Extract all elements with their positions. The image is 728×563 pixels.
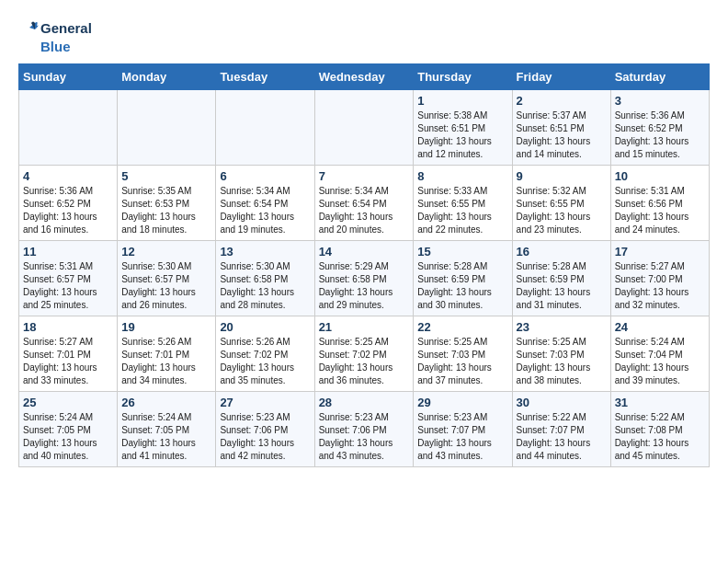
day-number: 24	[615, 320, 705, 334]
calendar-cell: 13Sunrise: 5:30 AM Sunset: 6:58 PM Dayli…	[216, 241, 314, 316]
calendar-cell: 11Sunrise: 5:31 AM Sunset: 6:57 PM Dayli…	[19, 241, 118, 316]
day-number: 6	[220, 169, 310, 183]
day-number: 3	[615, 94, 705, 108]
day-number: 16	[517, 245, 607, 259]
calendar-week-3: 11Sunrise: 5:31 AM Sunset: 6:57 PM Dayli…	[19, 241, 710, 316]
day-info: Sunrise: 5:30 AM Sunset: 6:57 PM Dayligh…	[121, 260, 211, 312]
day-number: 23	[517, 320, 607, 334]
calendar-cell: 14Sunrise: 5:29 AM Sunset: 6:58 PM Dayli…	[314, 241, 414, 316]
calendar-cell: 17Sunrise: 5:27 AM Sunset: 7:00 PM Dayli…	[610, 241, 709, 316]
calendar-cell: 6Sunrise: 5:34 AM Sunset: 6:54 PM Daylig…	[216, 166, 314, 241]
day-info: Sunrise: 5:24 AM Sunset: 7:04 PM Dayligh…	[615, 336, 705, 387]
day-info: Sunrise: 5:22 AM Sunset: 7:08 PM Dayligh…	[615, 411, 705, 463]
weekday-header-thursday: Thursday	[414, 64, 512, 90]
day-number: 19	[121, 320, 211, 334]
day-number: 14	[319, 245, 410, 259]
calendar-cell: 12Sunrise: 5:30 AM Sunset: 6:57 PM Dayli…	[118, 241, 216, 316]
calendar-cell: 29Sunrise: 5:23 AM Sunset: 7:07 PM Dayli…	[414, 392, 512, 467]
day-number: 4	[23, 169, 113, 183]
calendar-cell: 25Sunrise: 5:24 AM Sunset: 7:05 PM Dayli…	[19, 392, 118, 467]
day-info: Sunrise: 5:23 AM Sunset: 7:06 PM Dayligh…	[319, 411, 410, 463]
day-number: 11	[23, 245, 113, 259]
day-info: Sunrise: 5:38 AM Sunset: 6:51 PM Dayligh…	[417, 109, 507, 161]
calendar-cell	[216, 90, 314, 166]
day-number: 18	[23, 320, 113, 334]
header: General Blue	[18, 18, 710, 54]
calendar-cell: 19Sunrise: 5:26 AM Sunset: 7:01 PM Dayli…	[118, 316, 216, 392]
day-info: Sunrise: 5:34 AM Sunset: 6:54 PM Dayligh…	[220, 185, 310, 236]
calendar-cell: 3Sunrise: 5:36 AM Sunset: 6:52 PM Daylig…	[610, 90, 709, 166]
calendar-cell: 26Sunrise: 5:24 AM Sunset: 7:05 PM Dayli…	[118, 392, 216, 467]
calendar-cell	[314, 90, 414, 166]
calendar-cell: 28Sunrise: 5:23 AM Sunset: 7:06 PM Dayli…	[314, 392, 414, 467]
calendar-cell: 5Sunrise: 5:35 AM Sunset: 6:53 PM Daylig…	[118, 166, 216, 241]
weekday-header-saturday: Saturday	[610, 64, 709, 90]
day-info: Sunrise: 5:28 AM Sunset: 6:59 PM Dayligh…	[517, 260, 607, 312]
day-number: 5	[121, 169, 211, 183]
calendar-cell	[19, 90, 118, 166]
day-number: 20	[220, 320, 310, 334]
calendar-cell: 10Sunrise: 5:31 AM Sunset: 6:56 PM Dayli…	[610, 166, 709, 241]
calendar-cell: 7Sunrise: 5:34 AM Sunset: 6:54 PM Daylig…	[314, 166, 414, 241]
logo-general: General	[40, 20, 92, 36]
day-info: Sunrise: 5:26 AM Sunset: 7:02 PM Dayligh…	[220, 336, 310, 387]
day-number: 10	[615, 169, 705, 183]
day-number: 26	[121, 396, 211, 409]
day-info: Sunrise: 5:34 AM Sunset: 6:54 PM Dayligh…	[319, 185, 410, 236]
calendar-week-4: 18Sunrise: 5:27 AM Sunset: 7:01 PM Dayli…	[19, 316, 710, 392]
day-info: Sunrise: 5:33 AM Sunset: 6:55 PM Dayligh…	[417, 185, 507, 236]
day-number: 22	[417, 320, 507, 334]
calendar-table: SundayMondayTuesdayWednesdayThursdayFrid…	[18, 63, 710, 467]
day-number: 2	[517, 94, 607, 108]
calendar-week-5: 25Sunrise: 5:24 AM Sunset: 7:05 PM Dayli…	[19, 392, 710, 467]
weekday-header-friday: Friday	[512, 64, 610, 90]
day-info: Sunrise: 5:25 AM Sunset: 7:03 PM Dayligh…	[517, 336, 607, 387]
day-info: Sunrise: 5:26 AM Sunset: 7:01 PM Dayligh…	[121, 336, 211, 387]
day-info: Sunrise: 5:23 AM Sunset: 7:07 PM Dayligh…	[417, 411, 507, 463]
calendar-week-2: 4Sunrise: 5:36 AM Sunset: 6:52 PM Daylig…	[19, 166, 710, 241]
calendar-cell: 18Sunrise: 5:27 AM Sunset: 7:01 PM Dayli…	[19, 316, 118, 392]
day-info: Sunrise: 5:35 AM Sunset: 6:53 PM Dayligh…	[121, 185, 211, 236]
day-number: 1	[417, 94, 507, 108]
day-number: 27	[220, 396, 310, 409]
day-info: Sunrise: 5:28 AM Sunset: 6:59 PM Dayligh…	[417, 260, 507, 312]
calendar-cell: 2Sunrise: 5:37 AM Sunset: 6:51 PM Daylig…	[512, 90, 610, 166]
day-number: 31	[615, 396, 705, 409]
weekday-header-sunday: Sunday	[19, 64, 118, 90]
day-number: 21	[319, 320, 410, 334]
calendar-cell: 4Sunrise: 5:36 AM Sunset: 6:52 PM Daylig…	[19, 166, 118, 241]
logo-container: General Blue	[18, 18, 92, 54]
day-info: Sunrise: 5:31 AM Sunset: 6:56 PM Dayligh…	[615, 185, 705, 236]
day-number: 25	[23, 396, 113, 409]
calendar-cell: 27Sunrise: 5:23 AM Sunset: 7:06 PM Dayli…	[216, 392, 314, 467]
day-info: Sunrise: 5:27 AM Sunset: 7:01 PM Dayligh…	[23, 336, 113, 387]
day-number: 7	[319, 169, 410, 183]
day-info: Sunrise: 5:25 AM Sunset: 7:02 PM Dayligh…	[319, 336, 410, 387]
day-number: 15	[417, 245, 507, 259]
logo: General Blue	[18, 18, 92, 54]
day-info: Sunrise: 5:36 AM Sunset: 6:52 PM Dayligh…	[23, 185, 113, 236]
day-number: 12	[121, 245, 211, 259]
weekday-header-wednesday: Wednesday	[314, 64, 414, 90]
day-number: 17	[615, 245, 705, 259]
day-info: Sunrise: 5:27 AM Sunset: 7:00 PM Dayligh…	[615, 260, 705, 312]
calendar-cell: 30Sunrise: 5:22 AM Sunset: 7:07 PM Dayli…	[512, 392, 610, 467]
day-info: Sunrise: 5:23 AM Sunset: 7:06 PM Dayligh…	[220, 411, 310, 463]
day-info: Sunrise: 5:31 AM Sunset: 6:57 PM Dayligh…	[23, 260, 113, 312]
day-info: Sunrise: 5:24 AM Sunset: 7:05 PM Dayligh…	[121, 411, 211, 463]
day-number: 30	[517, 396, 607, 409]
calendar-cell	[118, 90, 216, 166]
calendar-cell: 16Sunrise: 5:28 AM Sunset: 6:59 PM Dayli…	[512, 241, 610, 316]
day-number: 28	[319, 396, 410, 409]
calendar-cell: 8Sunrise: 5:33 AM Sunset: 6:55 PM Daylig…	[414, 166, 512, 241]
weekday-header-tuesday: Tuesday	[216, 64, 314, 90]
calendar-cell: 21Sunrise: 5:25 AM Sunset: 7:02 PM Dayli…	[314, 316, 414, 392]
calendar-cell: 24Sunrise: 5:24 AM Sunset: 7:04 PM Dayli…	[610, 316, 709, 392]
day-number: 8	[417, 169, 507, 183]
day-number: 9	[517, 169, 607, 183]
calendar-cell: 22Sunrise: 5:25 AM Sunset: 7:03 PM Dayli…	[414, 316, 512, 392]
day-number: 29	[417, 396, 507, 409]
day-info: Sunrise: 5:36 AM Sunset: 6:52 PM Dayligh…	[615, 109, 705, 161]
day-info: Sunrise: 5:32 AM Sunset: 6:55 PM Dayligh…	[517, 185, 607, 236]
day-info: Sunrise: 5:29 AM Sunset: 6:58 PM Dayligh…	[319, 260, 410, 312]
